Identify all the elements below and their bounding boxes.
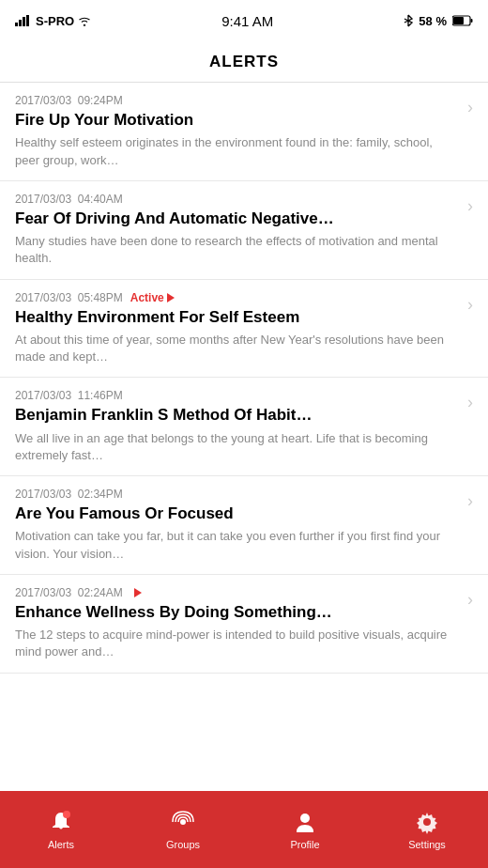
alert-item[interactable]: 2017/03/03 09:24PM Fire Up Your Motivati… [0, 83, 488, 181]
alert-title: Fear Of Driving And Automatic Negative… [15, 209, 460, 228]
nav-item-groups[interactable]: Groups [122, 809, 244, 850]
svg-rect-0 [15, 23, 18, 26]
svg-rect-1 [19, 20, 22, 26]
alert-meta: 2017/03/03 02:24AM [15, 586, 460, 599]
alert-list: 2017/03/03 09:24PM Fire Up Your Motivati… [0, 83, 488, 791]
wifi-icon [78, 16, 91, 26]
alert-meta: 2017/03/03 02:34PM [15, 488, 460, 501]
status-bar: S-PRO 9:41 AM 58 % [0, 0, 488, 41]
status-carrier-signal: S-PRO [15, 14, 91, 28]
alert-body: Many studies have been done to research … [15, 233, 460, 267]
status-right: 58 % [404, 14, 473, 28]
nav-label-alerts: Alerts [48, 839, 74, 850]
alert-item[interactable]: 2017/03/03 11:46PM Benjamin Franklin S M… [0, 378, 488, 476]
chevron-right-icon: › [467, 98, 473, 117]
profile-icon [292, 809, 318, 835]
alert-content: 2017/03/03 04:40AM Fear Of Driving And A… [15, 193, 467, 268]
settings-icon [414, 809, 440, 835]
alert-body: The 12 steps to acquire mind-power is in… [15, 627, 460, 660]
svg-point-11 [423, 818, 431, 826]
bottom-navigation: Alerts Groups Profile [0, 791, 488, 868]
svg-rect-5 [470, 19, 472, 23]
signal-icon [15, 15, 32, 26]
groups-icon [170, 809, 196, 835]
alert-meta: 2017/03/03 11:46PM [15, 389, 460, 402]
svg-point-8 [180, 819, 186, 825]
nav-item-profile[interactable]: Profile [244, 809, 366, 850]
alert-meta: 2017/03/03 04:40AM [15, 193, 460, 206]
alert-date: 2017/03/03 05:48PM [15, 291, 123, 304]
nav-label-settings: Settings [408, 839, 446, 850]
battery-label: 58 % [419, 14, 447, 28]
carrier-label: S-PRO [36, 14, 74, 28]
chevron-right-icon: › [467, 295, 473, 315]
alert-body: At about this time of year, some months … [15, 332, 460, 365]
alert-body: Healthy self esteem originates in the en… [15, 134, 460, 168]
alert-title: Enhance Wellness By Doing Something… [15, 603, 460, 622]
alert-title: Are You Famous Or Focused [15, 504, 460, 523]
alert-content: 2017/03/03 02:24AM Enhance Wellness By D… [15, 586, 467, 661]
page-header: ALERTS [0, 41, 488, 83]
alert-body: Motivation can take you far, but it can … [15, 528, 460, 562]
alerts-icon [48, 809, 74, 835]
status-time: 9:41 AM [221, 13, 273, 29]
nav-label-groups: Groups [166, 839, 200, 850]
alert-content: 2017/03/03 09:24PM Fire Up Your Motivati… [15, 94, 467, 169]
chevron-right-icon: › [467, 196, 473, 216]
active-badge: Active [130, 291, 175, 304]
nav-item-alerts[interactable]: Alerts [0, 809, 122, 850]
chevron-right-icon: › [467, 393, 473, 412]
alert-date: 2017/03/03 02:34PM [15, 488, 123, 501]
nav-label-profile: Profile [290, 839, 319, 850]
battery-icon [452, 15, 473, 26]
svg-rect-2 [23, 17, 25, 26]
alert-item[interactable]: 2017/03/03 04:40AM Fear Of Driving And A… [0, 181, 488, 280]
alert-item[interactable]: 2017/03/03 02:24AM Enhance Wellness By D… [0, 575, 488, 674]
alert-item[interactable]: 2017/03/03 05:48PM Active Healthy Enviro… [0, 280, 488, 379]
alert-date: 2017/03/03 11:46PM [15, 389, 123, 402]
bluetooth-icon [404, 14, 413, 27]
active-indicator [130, 588, 142, 597]
svg-point-9 [300, 814, 310, 823]
alert-body: We all live in an age that belongs to th… [15, 430, 460, 464]
svg-rect-3 [26, 15, 29, 26]
alert-content: 2017/03/03 11:46PM Benjamin Franklin S M… [15, 389, 467, 464]
alert-meta: 2017/03/03 05:48PM Active [15, 291, 460, 304]
alert-date: 2017/03/03 04:40AM [15, 193, 123, 206]
page-title: ALERTS [209, 53, 279, 71]
alert-date: 2017/03/03 02:24AM [15, 586, 123, 599]
alert-content: 2017/03/03 05:48PM Active Healthy Enviro… [15, 291, 467, 366]
nav-item-settings[interactable]: Settings [366, 809, 488, 850]
svg-rect-6 [453, 17, 464, 24]
chevron-right-icon: › [467, 491, 473, 511]
svg-point-7 [63, 811, 70, 818]
chevron-right-icon: › [467, 590, 473, 610]
alert-title: Healthy Environment For Self Esteem [15, 308, 460, 327]
alert-content: 2017/03/03 02:34PM Are You Famous Or Foc… [15, 488, 467, 563]
alert-title: Benjamin Franklin S Method Of Habit… [15, 406, 460, 425]
alert-date: 2017/03/03 09:24PM [15, 94, 123, 107]
alert-meta: 2017/03/03 09:24PM [15, 94, 460, 107]
alert-item[interactable]: 2017/03/03 02:34PM Are You Famous Or Foc… [0, 476, 488, 575]
alert-title: Fire Up Your Motivation [15, 111, 460, 130]
